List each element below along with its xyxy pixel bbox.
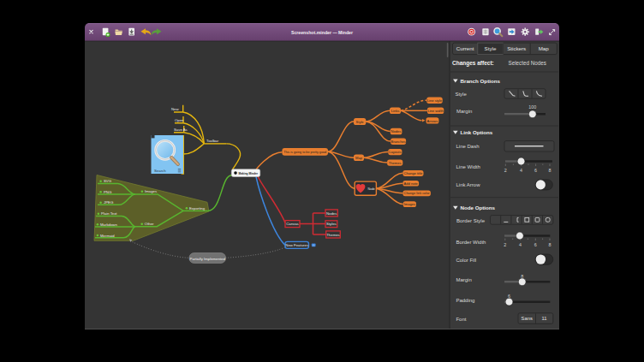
svg-text:Line Width: Line Width <box>456 164 480 169</box>
svg-text:Line style: Line style <box>427 98 443 103</box>
svg-text:Style: Style <box>356 120 365 124</box>
svg-text:Styles: Styles <box>326 222 337 226</box>
svg-text:Selected Nodes: Selected Nodes <box>509 60 546 66</box>
svg-text:Border Width: Border Width <box>456 240 486 245</box>
svg-text:8: 8 <box>549 242 552 247</box>
svg-text:Node: Node <box>368 187 376 191</box>
svg-text:Current: Current <box>456 45 474 51</box>
svg-text:Map: Map <box>539 45 550 51</box>
svg-text:Nodes: Nodes <box>391 129 402 134</box>
svg-text:Canvas: Canvas <box>286 222 299 226</box>
svg-text:Screenshot.minder — Minder: Screenshot.minder — Minder <box>291 30 354 35</box>
svg-text:2: 2 <box>504 168 507 173</box>
svg-text:Partially Implemented: Partially Implemented <box>190 257 226 261</box>
svg-text:11: 11 <box>542 316 547 321</box>
svg-text:6: 6 <box>534 168 537 173</box>
svg-text:100: 100 <box>528 104 536 110</box>
svg-text:Plain Text: Plain Text <box>101 211 117 216</box>
svg-text:Search: Search <box>154 169 166 173</box>
svg-text:Link Arrow: Link Arrow <box>456 182 481 187</box>
svg-text:Branch Options: Branch Options <box>461 78 501 84</box>
svg-text:Font: Font <box>456 317 466 322</box>
svg-text:Stickers: Stickers <box>507 45 526 51</box>
svg-text:Line Dash: Line Dash <box>456 144 480 149</box>
svg-text:Margin: Margin <box>456 109 472 114</box>
svg-text:Change link color: Change link color <box>404 191 431 195</box>
svg-text:Save As: Save As <box>174 128 188 132</box>
svg-text:Images: Images <box>145 189 157 193</box>
svg-text:Themes: Themes <box>389 161 402 165</box>
svg-text:Themes: Themes <box>326 233 340 237</box>
svg-text:Nodes: Nodes <box>326 211 337 216</box>
svg-text:2: 2 <box>504 242 506 247</box>
svg-text:Margin: Margin <box>456 277 471 282</box>
svg-text:Color Fill: Color Fill <box>456 258 476 263</box>
svg-text:Sans: Sans <box>522 316 533 321</box>
svg-text:Changes affect:: Changes affect: <box>452 60 494 67</box>
svg-text:Making Minder: Making Minder <box>239 171 259 175</box>
svg-text:Other: Other <box>145 222 154 226</box>
svg-text:Link Options: Link Options <box>461 129 493 135</box>
svg-text:Style: Style <box>485 45 497 51</box>
svg-text:8: 8 <box>549 168 552 173</box>
svg-text:Layouts: Layouts <box>389 150 401 154</box>
svg-text:Add note: Add note <box>404 181 419 186</box>
svg-text:4: 4 <box>520 168 522 173</box>
svg-text:PNG: PNG <box>104 190 112 194</box>
svg-text:New Features: New Features <box>285 243 308 247</box>
svg-text:Toolbar: Toolbar <box>206 139 219 143</box>
svg-text:Exporting: Exporting <box>189 206 206 211</box>
svg-text:Change title: Change title <box>403 171 423 175</box>
svg-text:Images: Images <box>404 202 415 206</box>
svg-text:Style: Style <box>455 92 467 97</box>
svg-text:This is going to be pretty goo: This is going to be pretty good <box>283 150 327 154</box>
svg-text:Node Options: Node Options <box>461 205 496 211</box>
svg-text:Mermaid: Mermaid <box>100 234 115 238</box>
svg-text:4: 4 <box>519 242 522 247</box>
svg-text:6: 6 <box>534 242 537 247</box>
svg-text:SVG: SVG <box>104 179 112 183</box>
svg-text:Border Style: Border Style <box>456 218 486 223</box>
svg-text:Branches: Branches <box>391 139 405 144</box>
svg-text:Links: Links <box>391 109 400 113</box>
svg-text:Padding: Padding <box>456 298 474 303</box>
svg-text:Map: Map <box>355 156 363 160</box>
svg-text:Open: Open <box>175 118 184 122</box>
svg-text:Line width: Line width <box>427 109 444 113</box>
svg-text:Arrows: Arrows <box>427 119 438 123</box>
svg-text:JPEG: JPEG <box>104 200 114 205</box>
svg-text:Markdown: Markdown <box>100 223 117 227</box>
svg-text:6: 6 <box>508 294 510 299</box>
svg-text:New: New <box>171 107 179 111</box>
